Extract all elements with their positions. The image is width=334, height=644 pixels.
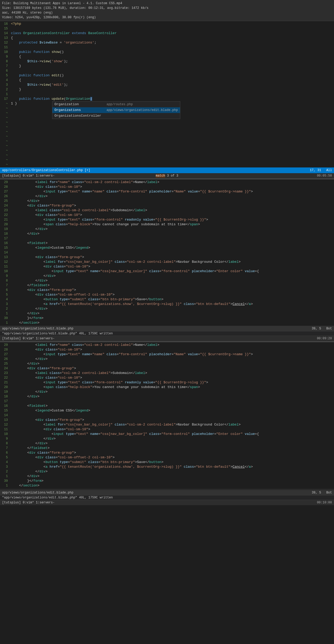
autocomplete-item-organizations[interactable]: Organizations app/views/organizations/ed… <box>52 107 180 113</box>
code-line: 39 }</form> <box>0 479 334 483</box>
code-line: 16 <fieldset> <box>0 404 334 408</box>
code-line: 4 <button type="submit" class="btn btn-p… <box>0 297 334 302</box>
code-line: 25 </div> <box>0 199 334 203</box>
code-line: 14 class OrganizationsController extends… <box>0 31 334 36</box>
autocomplete-popup[interactable]: Organization app/routes.php Organization… <box>52 101 180 119</box>
code-line: 1 </section> <box>0 483 334 488</box>
code-line: 5 public function edit() <box>0 73 334 78</box>
code-line: 2 </div> <box>0 307 334 311</box>
code-line: ~ <box>0 139 334 143</box>
code-line: 12 <label for="css[nav_bar_bg_color]" cl… <box>0 422 334 427</box>
match-info-1: match 3 of 3 <box>156 174 178 178</box>
vim-status-2: [tutsplus] 0:vim* 1:servers- 00:09:20 <box>0 336 334 341</box>
written-msg-2: "app/views/organizations/edit.blade.php"… <box>0 332 334 336</box>
code-line: ~ <box>0 162 334 167</box>
code-line: 9 { <box>0 54 334 59</box>
code-line: 3 <a href="{{ tenantRoute('organizations… <box>0 302 334 307</box>
autocomplete-item-organization[interactable]: Organization app/routes.php <box>52 102 180 107</box>
code-line: 2 } <box>0 87 334 92</box>
code-line: ~ <box>0 129 334 134</box>
code-line: 20 <span class="help-block">You cannot c… <box>0 385 334 390</box>
code-line: 13 { <box>0 36 334 40</box>
code-line: 8 $this->view('show'); <box>0 59 334 64</box>
code-line: 12 <label for="css[nav_bar_bg_color]" cl… <box>0 260 334 264</box>
code-line: 5 <div class="col-sm-offset-2 col-sm-10"… <box>0 455 334 460</box>
code-line: 6 <box>0 68 334 73</box>
code-line: 15 <legend>Custom CSS</legend> <box>0 246 334 250</box>
code-line: 9 </div> <box>0 436 334 441</box>
code-line: 10 public function show() <box>0 50 334 54</box>
code-line: 27 <input type="text" name="name" class=… <box>0 352 334 357</box>
status-filepath-1: app/controllers/OrganizationsController.… <box>2 168 90 172</box>
code-line: ~ <box>0 125 334 129</box>
code-line: 8 </div> <box>0 278 334 283</box>
code-line: 11 <div class="col-sm-10"> <box>0 264 334 269</box>
code-line: 7 </fieldset> <box>0 283 334 288</box>
status-position-3: 39, 5 <box>312 491 321 495</box>
status-position-1: 17, 31 <box>310 168 321 172</box>
code-line: 6 <div class="form-group"> <box>0 451 334 455</box>
code-line: ~ <box>0 143 334 148</box>
status-position-2: 39, 5 <box>312 327 321 330</box>
code-line: ~ <box>0 120 334 125</box>
status-filepath-2: app/views/organizations/edit.blade.php <box>2 327 73 330</box>
code-line: 5 <div class="col-sm-offset-2 col-sm-10"… <box>0 292 334 297</box>
code-line: 11 <box>0 45 334 50</box>
code-line: 7 } <box>0 64 334 68</box>
code-line: 24 <div class="form-group"> <box>0 203 334 208</box>
code-area-3: 29 <label for="name" class="col-sm-2 con… <box>0 342 334 489</box>
code-line: ~ <box>0 153 334 158</box>
code-line: 8 </div> <box>0 441 334 446</box>
status-bar-2: app/views/organizations/edit.blade.php 3… <box>0 326 334 332</box>
code-line: 9 </div> <box>0 274 334 278</box>
code-line: 1 <box>0 92 334 97</box>
code-line: 3 $this->view('edit'); <box>0 83 334 87</box>
code-line: 10 <input type="text" name="css[nav_bar_… <box>0 432 334 436</box>
vim-mode-2: [tutsplus] 0:vim* 1:servers- <box>2 337 55 340</box>
code-line: 13 <div class="form-group"> <box>0 418 334 422</box>
code-line: 4 <button type="submit" class="btn btn-p… <box>0 460 334 465</box>
file-info-bar: File: Building Multitenant Apps in Larav… <box>0 0 334 21</box>
written-msg-3: "app/views/organizations/edit.blade.php"… <box>0 496 334 500</box>
status-bar-3: app/views/organizations/edit.blade.php 3… <box>0 490 334 496</box>
timestamp-3: 00:10:00 <box>317 501 332 504</box>
code-line: 29 <label for="name" class="col-sm-2 con… <box>0 343 334 347</box>
code-line: 3 <a href="{{ tenantRoute('organizations… <box>0 465 334 469</box>
code-line: 19 </div> <box>0 227 334 232</box>
code-line: 17 <box>0 236 334 241</box>
code-line: 16 <fieldset> <box>0 241 334 246</box>
code-line: 1 </section> <box>0 321 334 325</box>
status-scroll-1: All <box>326 168 332 172</box>
code-line: 10 <input type="text" name="css[nav_bar_… <box>0 269 334 274</box>
code-line: 6 <div class="form-group"> <box>0 288 334 292</box>
vim-mode-3: [tutsplus] 0:vim* 1:servers- <box>2 501 55 504</box>
code-line: 13 <div class="form-group"> <box>0 255 334 260</box>
code-line: 14 <box>0 250 334 255</box>
code-line: 21 <input type="text" class="form-contro… <box>0 217 334 222</box>
code-line: 39 }</form> <box>0 316 334 321</box>
editor-panel-1: 16 <?php 15 14 class OrganizationsContro… <box>0 21 334 178</box>
status-filepath-3: app/views/organizations/edit.blade.php <box>2 491 73 495</box>
code-line: 27 <input type="text" name="name" class=… <box>0 189 334 194</box>
vim-status-1: [tutsplus] 0:vim* 1:servers- match 3 of … <box>0 173 334 178</box>
code-area-1: 16 <?php 15 14 class OrganizationsContro… <box>0 21 334 167</box>
code-line: 24 <div class="form-group"> <box>0 366 334 371</box>
code-area-2: 29 <label for="name" class="col-sm-2 con… <box>0 179 334 326</box>
autocomplete-item-organizationscontroller[interactable]: OrganizationsController <box>52 113 180 119</box>
code-line: 23 <label class="col-sm-2 control-label"… <box>0 371 334 376</box>
code-line: ~ <box>0 134 334 139</box>
code-line: 16 <?php <box>0 22 334 26</box>
code-line: 14 <box>0 413 334 418</box>
code-line: 28 <div class="col-sm-10"> <box>0 185 334 189</box>
code-line: 11 <div class="col-sm-10"> <box>0 427 334 432</box>
file-video: Video: h264, yuv420p, 1280x800, 30.00 fp… <box>2 15 332 20</box>
code-line: 15 <box>0 26 334 31</box>
code-line: 18 </div> <box>0 394 334 399</box>
code-line: 7 </fieldset> <box>0 446 334 451</box>
code-line: 22 <div class="col-sm-10"> <box>0 213 334 217</box>
code-line: 1 </div> <box>0 474 334 479</box>
vim-mode-1: [tutsplus] 0:vim* 1:servers- <box>2 174 55 178</box>
separator <box>0 489 334 489</box>
code-line: 23 <label class="col-sm-2 control-label"… <box>0 208 334 213</box>
code-line: 26 </div> <box>0 194 334 199</box>
